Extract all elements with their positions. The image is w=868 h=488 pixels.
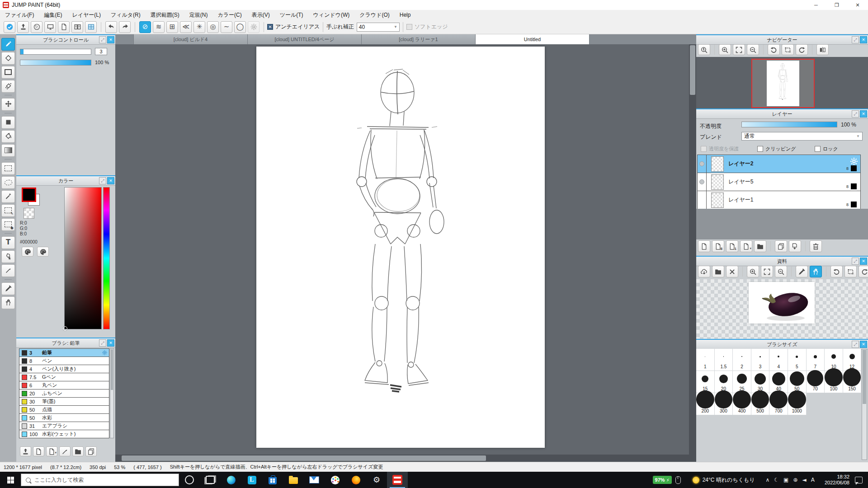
hand-tool[interactable]: [1, 296, 15, 309]
monitor-button[interactable]: [44, 21, 56, 33]
flip-horizontal-button[interactable]: [816, 44, 829, 55]
brush-size-option-30[interactable]: 30: [751, 371, 770, 393]
operation-tool[interactable]: [1, 250, 15, 263]
new-1bit-layer-button[interactable]: 1: [726, 240, 738, 252]
select-rect-tool[interactable]: [1, 162, 15, 175]
taskbar-settings[interactable]: ⚙: [366, 472, 387, 488]
lock-option[interactable]: ロック: [815, 145, 838, 152]
brush-pen-tapered[interactable]: 4ペン(入り抜き): [19, 365, 109, 373]
taskbar-jump-paint[interactable]: [387, 472, 408, 488]
brush-size-scrollbar[interactable]: [862, 349, 867, 460]
snap-grid-button[interactable]: ⊞: [166, 21, 178, 33]
material-rotate-left-button[interactable]: [830, 266, 843, 277]
brush-new-button[interactable]: [33, 446, 44, 456]
popout-icon[interactable]: ⤢: [852, 341, 859, 348]
brush-size-option-200[interactable]: 200: [696, 393, 715, 415]
brush-size-option-400[interactable]: 400: [733, 393, 751, 415]
snap-vanishing-button[interactable]: ≪: [180, 21, 192, 33]
material-fit-button[interactable]: [761, 266, 773, 277]
brush-g-pen[interactable]: 7.5Gペン: [19, 373, 109, 381]
popout-icon[interactable]: ⤢: [99, 36, 106, 43]
stabilizer-dropdown[interactable]: 40 ▼: [357, 23, 400, 32]
brush-duplicate-button[interactable]: [85, 446, 97, 456]
brush-size-option-15[interactable]: 15: [696, 371, 715, 393]
divide-tool[interactable]: [1, 264, 15, 277]
brush-size-option-20[interactable]: 20: [715, 371, 733, 393]
rotate-right-button[interactable]: [796, 44, 808, 55]
material-eyedropper-button[interactable]: [796, 266, 808, 277]
brush-edit-button[interactable]: [59, 446, 71, 456]
gear-icon[interactable]: [849, 157, 859, 166]
clipping-option[interactable]: クリッピング: [757, 145, 796, 152]
brush-size-option-1[interactable]: 1: [696, 349, 715, 371]
gradient-tool[interactable]: [1, 144, 15, 157]
search-input[interactable]: ここに入力して検索: [21, 474, 179, 486]
snap-radial-button[interactable]: ✳: [193, 21, 205, 33]
close-icon[interactable]: ✕: [860, 341, 867, 348]
menu-item-11[interactable]: Help: [395, 10, 416, 20]
select-pen-tool[interactable]: ✎: [1, 204, 15, 217]
taskbar-medibang[interactable]: [325, 472, 345, 488]
close-icon[interactable]: ✕: [107, 36, 114, 43]
fill-rect-tool[interactable]: [1, 116, 15, 129]
mouse-icon[interactable]: [675, 476, 681, 484]
snap-parallel-button[interactable]: ≋: [153, 21, 165, 33]
transparent-color-swatch[interactable]: [24, 208, 34, 219]
document-tab-2[interactable]: [cloud] UNTITLED/4ページ: [248, 34, 362, 44]
taskbar-cortana[interactable]: [179, 472, 200, 488]
snap-off-button[interactable]: ⊘: [139, 21, 151, 33]
brush-fuchi-pen[interactable]: 20ふちペン: [19, 389, 109, 398]
rotate-left-button[interactable]: [768, 44, 780, 55]
menu-item-10[interactable]: クラウド(O): [354, 10, 394, 20]
brush-size-option-100[interactable]: 100: [825, 371, 843, 393]
bucket-tool[interactable]: [1, 130, 15, 143]
snap-concentric-button[interactable]: ◎: [207, 21, 219, 33]
clock[interactable]: 18:32 2022/06/08: [825, 474, 849, 486]
material-hand-button[interactable]: [810, 266, 822, 277]
battery-indicator[interactable]: 97%⚡: [653, 476, 672, 484]
brush-size-option-500[interactable]: 500: [751, 393, 770, 415]
canvas-page[interactable]: [256, 47, 545, 448]
brush-size-option-70[interactable]: 70: [807, 371, 825, 393]
scrollbar-thumb[interactable]: [690, 45, 695, 95]
tray-speaker-icon[interactable]: ◄: [802, 477, 806, 483]
lasso-tool[interactable]: [1, 176, 15, 189]
layer-visibility-toggle[interactable]: [698, 191, 707, 209]
menu-item-5[interactable]: 定規(N): [184, 10, 213, 20]
rotate-reset-button[interactable]: [782, 44, 794, 55]
snap-ellipse-button[interactable]: ◯: [234, 21, 246, 33]
redo-button[interactable]: [119, 21, 131, 33]
taskbar-task-view[interactable]: [200, 472, 221, 488]
merge-layer-button[interactable]: [789, 240, 801, 252]
new-layer-button[interactable]: [698, 240, 710, 252]
tray-network-icon[interactable]: ⊕: [793, 477, 797, 483]
brush-opacity-slider[interactable]: [20, 60, 91, 66]
brush-suisai[interactable]: 50水彩: [19, 414, 109, 422]
storyboard-button[interactable]: [85, 21, 97, 33]
document-tab-3[interactable]: [cloud] ラリーァ1: [362, 34, 476, 44]
brush-tenbyo[interactable]: 50点描: [19, 406, 109, 414]
material-download-button[interactable]: [698, 266, 710, 277]
clipping-checkbox[interactable]: [757, 146, 763, 152]
close-icon[interactable]: ✕: [860, 110, 867, 117]
popout-icon[interactable]: ⤢: [852, 258, 859, 265]
eraser-tool[interactable]: [1, 52, 15, 65]
zoom-out-button[interactable]: [747, 44, 759, 55]
hue-slider[interactable]: [103, 187, 110, 329]
brush-pen[interactable]: 8ペン: [19, 357, 109, 365]
canvas-viewport[interactable]: [115, 44, 689, 455]
brush-size-option-50[interactable]: 50: [788, 371, 807, 393]
sv-cursor[interactable]: [63, 326, 67, 331]
shape-brush-tool[interactable]: [1, 66, 15, 79]
menu-item-2[interactable]: レイヤー(L): [67, 10, 106, 20]
brush-tool[interactable]: [1, 38, 15, 51]
layer-folder-button[interactable]: [754, 240, 766, 252]
blend-mode-dropdown[interactable]: 通常 ▼: [741, 132, 863, 141]
maximize-button[interactable]: ❐: [826, 0, 847, 10]
navigator-view[interactable]: [696, 57, 868, 108]
brush-folder-button[interactable]: [72, 446, 84, 456]
move-tool[interactable]: [1, 98, 15, 111]
brush-fude-sumi[interactable]: 30筆(墨): [19, 398, 109, 406]
menu-item-4[interactable]: 選択範囲(S): [146, 10, 184, 20]
protect-alpha-option[interactable]: 透明度を保護: [701, 145, 739, 152]
